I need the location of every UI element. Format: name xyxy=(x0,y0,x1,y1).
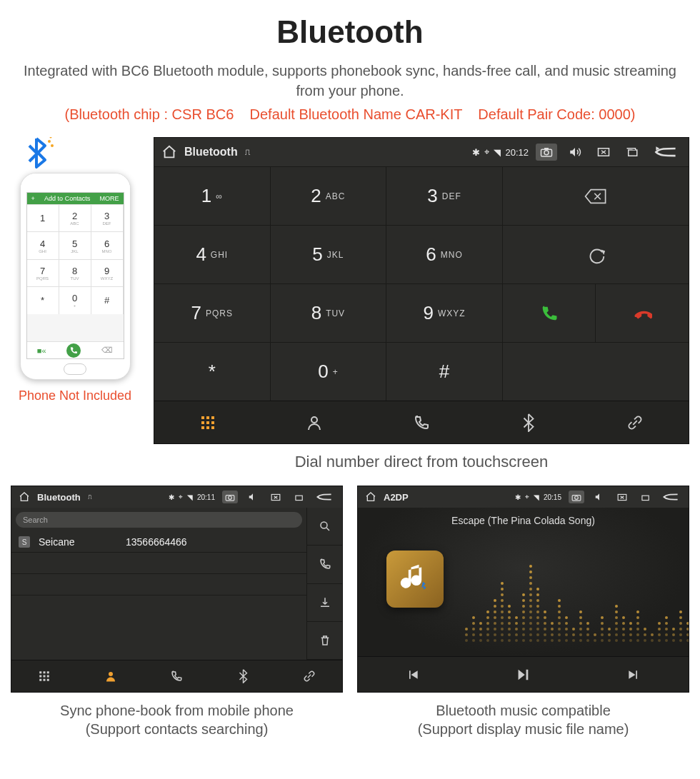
screenshot-button[interactable] xyxy=(569,491,584,503)
location-icon: ⌖ xyxy=(179,493,183,501)
phone-caption: Phone Not Included xyxy=(19,388,131,403)
svg-rect-30 xyxy=(44,679,46,681)
wifi-icon: ◥ xyxy=(534,493,539,501)
svg-rect-26 xyxy=(40,675,42,678)
dial-key-1[interactable]: 1∞ xyxy=(154,166,271,225)
phone-key-2: 2ABC xyxy=(59,204,91,231)
dial-key-4[interactable]: 4GHI xyxy=(154,225,271,283)
status-bar: Bluetooth ⎍ ✱ ⌖ ◥ 20:12 xyxy=(154,138,689,166)
track-title: Escape (The Pina Colada Song) xyxy=(358,515,689,526)
home-icon[interactable] xyxy=(365,491,376,503)
headunit-music: A2DP ✱ ⌖ ◥ 20:15 Escape (The Pina Co xyxy=(357,486,689,693)
svg-point-1 xyxy=(51,144,54,147)
dial-key-7[interactable]: 7PQRS xyxy=(154,283,271,342)
tab-contacts[interactable] xyxy=(261,401,369,443)
svg-rect-9 xyxy=(206,416,209,419)
dialer-caption: Dial number direct from touchscreen xyxy=(154,453,689,471)
svg-rect-24 xyxy=(44,671,46,673)
dial-key-0[interactable]: 0+ xyxy=(271,342,387,401)
phone-key-7: 7PQRS xyxy=(27,259,59,286)
screenshot-button[interactable] xyxy=(222,491,238,503)
back-button[interactable] xyxy=(650,144,681,161)
tab-dialpad[interactable] xyxy=(11,660,78,692)
phone-key-4: 4GHI xyxy=(27,231,59,258)
svg-rect-27 xyxy=(44,675,46,678)
svg-rect-23 xyxy=(40,671,42,673)
headunit-dialer: Bluetooth ⎍ ✱ ⌖ ◥ 20:12 xyxy=(154,137,689,444)
redial-button[interactable] xyxy=(503,225,689,283)
dial-key-#[interactable]: # xyxy=(386,342,503,401)
bluetooth-status-icon: ✱ xyxy=(169,493,174,501)
home-icon[interactable] xyxy=(19,491,30,503)
dial-key-8[interactable]: 8TUV xyxy=(271,283,387,342)
phone-key-0: 0+ xyxy=(59,286,91,313)
svg-rect-8 xyxy=(201,416,204,419)
delete-icon[interactable] xyxy=(306,622,342,660)
bluetooth-status-icon: ✱ xyxy=(515,493,521,501)
dial-key-5[interactable]: 5JKL xyxy=(271,225,387,283)
search-input[interactable]: Search xyxy=(16,512,302,528)
recent-apps-button[interactable] xyxy=(637,491,653,503)
back-button[interactable] xyxy=(314,491,335,503)
phone-backspace-icon: ⌫ xyxy=(101,346,113,355)
phone-key-*: * xyxy=(27,286,59,313)
empty-cell xyxy=(503,342,689,401)
contact-row[interactable]: S Seicane 13566664466 xyxy=(11,532,306,553)
svg-rect-11 xyxy=(201,421,204,424)
bluetooth-icon xyxy=(24,137,55,173)
contact-number: 13566664466 xyxy=(126,536,187,548)
close-button[interactable] xyxy=(614,491,630,503)
download-icon[interactable] xyxy=(306,584,342,622)
home-icon[interactable] xyxy=(161,144,177,160)
call-buttons[interactable] xyxy=(503,283,689,342)
tab-bluetooth[interactable] xyxy=(475,401,582,443)
svg-rect-12 xyxy=(206,421,209,424)
tab-dialpad[interactable] xyxy=(154,401,261,443)
svg-point-34 xyxy=(575,496,579,499)
tab-contacts[interactable] xyxy=(78,660,144,692)
call-icon[interactable] xyxy=(306,546,342,583)
volume-button[interactable] xyxy=(564,144,586,161)
dial-key-3[interactable]: 3DEF xyxy=(386,166,503,225)
svg-rect-5 xyxy=(544,148,549,150)
dial-key-*[interactable]: * xyxy=(154,342,271,401)
tab-link[interactable] xyxy=(581,401,689,443)
wifi-icon: ◥ xyxy=(494,147,501,158)
page-subtitle: Integrated with BC6 Bluetooth module, su… xyxy=(7,61,693,101)
phonebook-caption: Sync phone-book from mobile phone(Suppor… xyxy=(11,701,343,738)
back-button[interactable] xyxy=(660,491,681,503)
usb-icon: ⎍ xyxy=(245,147,250,157)
recent-apps-button[interactable] xyxy=(621,144,643,161)
volume-button[interactable] xyxy=(245,491,261,503)
dial-key-6[interactable]: 6MNO xyxy=(386,225,503,283)
phone-key-#: # xyxy=(91,286,124,313)
prev-track-button[interactable] xyxy=(358,656,468,692)
search-icon[interactable] xyxy=(306,508,342,546)
tab-link[interactable] xyxy=(276,660,342,692)
bluetooth-status-icon: ✱ xyxy=(472,147,480,158)
svg-rect-10 xyxy=(211,416,214,419)
recent-apps-button[interactable] xyxy=(291,491,306,503)
dial-key-9[interactable]: 9WXYZ xyxy=(386,283,503,342)
tab-call-log[interactable] xyxy=(144,660,210,692)
location-icon: ⌖ xyxy=(484,146,489,158)
status-bar: A2DP ✱ ⌖ ◥ 20:15 xyxy=(358,486,689,508)
svg-point-4 xyxy=(544,151,549,155)
close-button[interactable] xyxy=(593,144,614,161)
tab-call-log[interactable] xyxy=(368,401,475,443)
play-pause-button[interactable] xyxy=(468,656,578,692)
svg-rect-13 xyxy=(211,421,214,424)
backspace-button[interactable] xyxy=(503,166,689,225)
tab-bluetooth[interactable] xyxy=(210,660,276,692)
volume-button[interactable] xyxy=(591,491,607,503)
screenshot-button[interactable] xyxy=(536,144,557,161)
svg-point-32 xyxy=(109,672,113,676)
close-button[interactable] xyxy=(268,491,284,503)
headunit-phonebook: Bluetooth ⎍ ✱ ⌖ ◥ 20:11 xyxy=(11,486,343,693)
clock: 20:12 xyxy=(505,147,529,158)
usb-icon: ⎍ xyxy=(88,493,91,501)
dial-key-2[interactable]: 2ABC xyxy=(271,166,387,225)
phone-column: + Add to Contacts MORE 12ABC3DEF4GHI5JKL… xyxy=(11,137,139,403)
next-track-button[interactable] xyxy=(579,656,689,692)
svg-rect-29 xyxy=(40,679,42,681)
